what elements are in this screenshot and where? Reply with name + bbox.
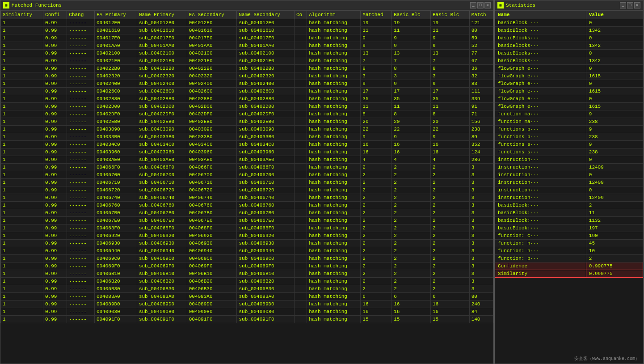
- stats-row[interactable]: function: c···190: [495, 232, 643, 240]
- table-row[interactable]: 10.99------00409080sub_0040908000409080s…: [1, 308, 493, 316]
- table-row[interactable]: 10.99------004026C0sub_004026C0004026C0s…: [1, 88, 493, 95]
- stats-close-button[interactable]: ✕: [634, 2, 640, 8]
- table-row[interactable]: 10.99------00402880sub_0040288000402880s…: [1, 95, 493, 103]
- table-row[interactable]: 10.99------004067E0sub_004067E0004067E0s…: [1, 217, 493, 224]
- stats-row[interactable]: flowGraph e···0: [495, 80, 643, 88]
- stats-row[interactable]: basicBlock:···1132: [495, 217, 643, 224]
- table-row[interactable]: 10.99------00402D00sub_00402D0000402D00s…: [1, 103, 493, 110]
- table-row[interactable]: 10.99------00406940sub_0040694000406940s…: [1, 247, 493, 255]
- table-row[interactable]: 10.99------004012E0sub_004012B0004012E0s…: [1, 19, 493, 27]
- stats-title-controls[interactable]: _ □ ✕: [620, 2, 640, 8]
- stats-row[interactable]: function ma···9: [495, 110, 643, 118]
- stats-row[interactable]: basicBlock ···1342: [495, 27, 643, 34]
- stats-col-value[interactable]: Value: [586, 11, 643, 19]
- stats-row[interactable]: flowGraph e···1615: [495, 72, 643, 80]
- table-row[interactable]: 10.99------004083A0sub_004083A0004083A0s…: [1, 293, 493, 301]
- stats-row[interactable]: basicBlocks···1342: [495, 42, 643, 50]
- table-row[interactable]: 10.99------004067B0sub_004067B0004067B0s…: [1, 209, 493, 217]
- table-row[interactable]: 10.99------004091F0sub_004091F0004091F0s…: [1, 316, 493, 323]
- stats-row[interactable]: instruction···12409: [495, 179, 643, 186]
- table-row[interactable]: 10.99------00406920sub_0040692000406920s…: [1, 232, 493, 240]
- stats-row[interactable]: basicBlock:···197: [495, 224, 643, 232]
- close-button[interactable]: ✕: [484, 2, 491, 8]
- stats-row[interactable]: function: p···2: [495, 255, 643, 262]
- table-row[interactable]: 10.99------00401610sub_0040161000401610s…: [1, 27, 493, 34]
- main-title-controls[interactable]: _ □ ✕: [470, 2, 491, 8]
- table-row[interactable]: 10.99------00402EB0sub_00402EB000402EB0s…: [1, 118, 493, 126]
- stats-row[interactable]: flowGraph e···1615: [495, 103, 643, 110]
- col-ea-secondary[interactable]: EA Secondary: [187, 11, 237, 19]
- table-row[interactable]: 10.99------00406760sub_0040676000406760s…: [1, 202, 493, 209]
- table-row[interactable]: 10.99------004022B0sub_004022B0004022B0s…: [1, 65, 493, 72]
- main-table-container[interactable]: Similarity Confi Chang EA Primary Name P…: [0, 10, 493, 364]
- stats-row[interactable]: function: h···45: [495, 240, 643, 247]
- table-cell: 1: [1, 224, 43, 232]
- stats-row[interactable]: flowGraph e···0: [495, 95, 643, 103]
- stats-minimize-button[interactable]: _: [620, 2, 626, 8]
- table-row[interactable]: 10.99------004068F0sub_004068F0004068F0s…: [1, 224, 493, 232]
- stats-row[interactable]: functions p···9: [495, 126, 643, 133]
- table-row[interactable]: 10.99------00402DF0sub_00402DF000402DF0s…: [1, 110, 493, 118]
- table-row[interactable]: 10.99------004069F0sub_004069F0004069F0s…: [1, 262, 493, 270]
- table-row[interactable]: 10.99------00402100sub_0040210000402100s…: [1, 50, 493, 57]
- table-row[interactable]: 10.99------004033B0sub_004033B0004033B0s…: [1, 133, 493, 141]
- stats-table-container[interactable]: Name Value basicBlock ···0basicBlock ···…: [495, 10, 643, 364]
- stats-row[interactable]: functions s···238: [495, 148, 643, 156]
- stats-maximize-button[interactable]: □: [627, 2, 633, 8]
- stats-row[interactable]: functions s···9: [495, 141, 643, 148]
- stats-row[interactable]: instruction···0: [495, 171, 643, 179]
- stats-row[interactable]: instruction···0: [495, 186, 643, 194]
- stats-row[interactable]: instruction···0: [495, 156, 643, 164]
- col-matched[interactable]: Matched: [361, 11, 392, 19]
- stats-row[interactable]: flowGraph e···1615: [495, 88, 643, 95]
- table-row[interactable]: 10.99------004017E0sub_004017E0004017E0s…: [1, 34, 493, 42]
- stats-row[interactable]: basicBlocks···0: [495, 34, 643, 42]
- stats-row[interactable]: basicBlock ···0: [495, 19, 643, 27]
- table-row[interactable]: 10.99------00403090sub_0040309000403090s…: [1, 126, 493, 133]
- stats-row[interactable]: basicBlocks···1342: [495, 57, 643, 65]
- col-ea-primary[interactable]: EA Primary: [94, 11, 137, 19]
- maximize-button[interactable]: □: [477, 2, 484, 8]
- stats-row[interactable]: Similarity0.990775: [495, 270, 643, 278]
- stats-row[interactable]: function ma···238: [495, 118, 643, 126]
- table-row[interactable]: 10.99------00406710sub_0040671000406710s…: [1, 179, 493, 186]
- table-row[interactable]: 10.99------00406700sub_0040670000406700s…: [1, 171, 493, 179]
- col-basic-blc-2[interactable]: Basic Blc: [430, 11, 469, 19]
- stats-row[interactable]: instruction···12409: [495, 164, 643, 171]
- table-row[interactable]: 10.99------00406B10sub_00406B1000406B10s…: [1, 270, 493, 278]
- stats-row[interactable]: basicBlocks···0: [495, 50, 643, 57]
- table-row[interactable]: 10.99------004069C0sub_004069C0004069C0s…: [1, 255, 493, 262]
- stats-col-name[interactable]: Name: [495, 11, 586, 19]
- table-row[interactable]: 10.99------00401AA0sub_00401AA000401AA0s…: [1, 42, 493, 50]
- table-row[interactable]: 10.99------004089D0sub_004089D0004089D0s…: [1, 301, 493, 308]
- minimize-button[interactable]: _: [470, 2, 476, 8]
- table-row[interactable]: 10.99------00406740sub_0040674000406740s…: [1, 194, 493, 202]
- col-confidence[interactable]: Confi: [43, 11, 67, 19]
- col-similarity[interactable]: Similarity: [1, 11, 43, 19]
- stats-row[interactable]: functions p···238: [495, 133, 643, 141]
- table-row[interactable]: 10.99------004021F0sub_004021F0004021F0s…: [1, 57, 493, 65]
- stats-row[interactable]: basicBlock:···11: [495, 209, 643, 217]
- stats-row[interactable]: function: n···10: [495, 247, 643, 255]
- stats-row[interactable]: flowGraph e···0: [495, 65, 643, 72]
- col-name-primary[interactable]: Name Primary: [137, 11, 187, 19]
- col-basic-blc-1[interactable]: Basic Blc: [392, 11, 431, 19]
- table-row[interactable]: 10.99------00406B30sub_00406B3000406B30s…: [1, 285, 493, 293]
- table-row[interactable]: 10.99------00406B20sub_00406B2000406B20s…: [1, 278, 493, 285]
- col-co[interactable]: Co: [295, 11, 307, 19]
- table-row[interactable]: 10.99------00406930sub_0040693000406930s…: [1, 240, 493, 247]
- col-name-secondary[interactable]: Name Secondary: [237, 11, 295, 19]
- stats-row[interactable]: instruction···12409: [495, 194, 643, 202]
- col-match[interactable]: Match: [469, 11, 493, 19]
- col-change[interactable]: Chang: [67, 11, 95, 19]
- col-algorithm[interactable]: Algorithm: [307, 11, 361, 19]
- table-row[interactable]: 10.99------004066F0sub_004066F0004066F0s…: [1, 164, 493, 171]
- table-row[interactable]: 10.99------00402400sub_0040240000402400s…: [1, 80, 493, 88]
- table-row[interactable]: 10.99------00406720sub_0040672000406720s…: [1, 186, 493, 194]
- table-row[interactable]: 10.99------004034C0sub_004034C0004034C0s…: [1, 141, 493, 148]
- table-row[interactable]: 10.99------00403AE0sub_00403AE000403AE0s…: [1, 156, 493, 164]
- table-row[interactable]: 10.99------00403960sub_0040396000403960s…: [1, 148, 493, 156]
- table-row[interactable]: 10.99------00402320sub_0040232000402320s…: [1, 72, 493, 80]
- stats-row[interactable]: Confidence0.990775: [495, 262, 643, 270]
- stats-row[interactable]: basicBlock:···2: [495, 202, 643, 209]
